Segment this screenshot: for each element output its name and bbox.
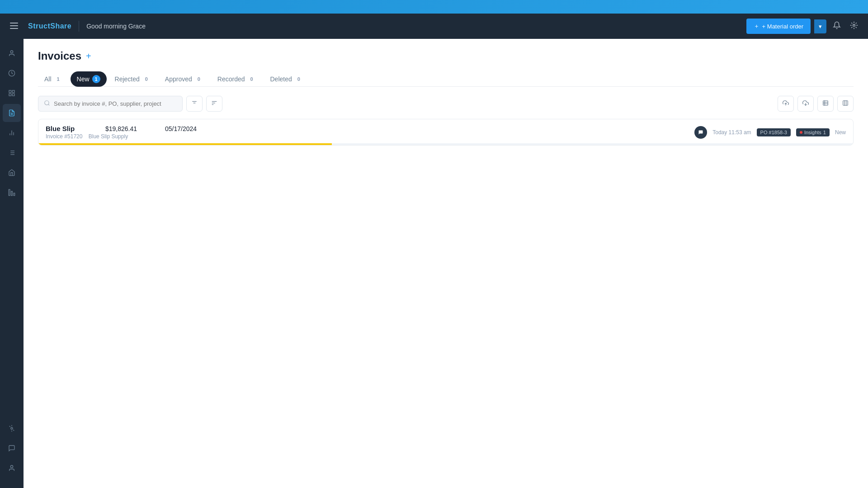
tab-approved-badge: 0 [195,75,203,83]
invoice-status: New [835,129,846,136]
svg-rect-2 [10,28,18,29]
svg-rect-23 [14,193,15,195]
table-view-button[interactable] [817,96,834,112]
sidebar-item-settings[interactable] [3,419,21,437]
invoice-list: Blue Slip $19,826.41 05/17/2024 Invoice … [38,119,854,145]
top-decorative-bar [0,0,868,14]
main-layout: Invoices + All 1 New 1 Rejected 0 Approv… [0,39,868,488]
page-title: Invoices [38,50,81,62]
tab-new-badge: 1 [92,75,100,83]
svg-rect-9 [12,94,14,96]
sidebar-item-chart[interactable] [3,124,21,142]
tab-all[interactable]: All 1 [38,71,69,87]
tab-rejected[interactable]: Rejected 0 [108,71,157,87]
download-button[interactable] [797,96,814,112]
invoice-right-section: Today 11:53 am PO #1858-3 Insights 1 New [694,126,846,139]
invoice-primary-info: Blue Slip $19,826.41 05/17/2024 [46,125,687,132]
tab-rejected-badge: 0 [142,75,151,83]
invoice-sub-info: Invoice #51720 Blue Slip Supply [46,133,687,140]
svg-point-4 [10,51,13,53]
svg-point-25 [10,465,13,468]
svg-rect-40 [843,101,848,106]
header-actions: ＋ + Material order ▾ [746,19,861,34]
svg-point-26 [45,101,49,105]
svg-rect-1 [10,25,18,26]
sidebar-item-bar-chart[interactable] [3,183,21,202]
app-header: StructShare Good morning Grace ＋ + Mater… [0,14,868,39]
svg-point-24 [11,427,13,429]
comment-bubble-icon[interactable] [694,126,707,139]
columns-button[interactable] [837,96,854,112]
svg-rect-21 [9,189,10,195]
svg-rect-22 [11,191,13,195]
plus-icon: ＋ [754,22,760,30]
tab-rejected-label: Rejected [115,75,140,83]
invoice-toolbar [38,96,854,112]
invoice-info-block: Blue Slip $19,826.41 05/17/2024 Invoice … [46,125,687,140]
invoice-date: 05/17/2024 [165,125,197,132]
header-greeting: Good morning Grace [86,23,739,30]
invoice-timestamp: Today 11:53 am [712,129,751,136]
tab-all-label: All [44,75,52,83]
invoice-supplier: Blue Slip Supply [89,133,128,140]
sidebar-item-list[interactable] [3,144,21,162]
header-divider [79,21,79,32]
sidebar-bottom [3,419,21,483]
chevron-down-icon: ▾ [819,23,822,30]
sidebar-item-home[interactable] [3,164,21,182]
svg-rect-36 [823,101,828,106]
search-box[interactable] [38,96,183,112]
search-icon [44,100,50,108]
sort-button[interactable] [206,96,222,112]
sidebar-item-chat[interactable] [3,439,21,457]
po-badge: PO #1858-3 [757,128,791,136]
tab-recorded-badge: 0 [247,75,255,83]
tab-new[interactable]: New 1 [71,71,107,87]
hamburger-menu-button[interactable] [7,19,21,34]
svg-line-27 [48,104,50,106]
invoice-row-content: Blue Slip $19,826.41 05/17/2024 Invoice … [46,125,846,140]
sidebar-item-profile[interactable] [3,459,21,477]
invoice-number: Invoice #51720 [46,133,82,140]
upload-button[interactable] [778,96,794,112]
svg-rect-6 [9,90,11,93]
main-content: Invoices + All 1 New 1 Rejected 0 Approv… [24,39,868,488]
toolbar-right-actions [778,96,854,112]
page-header: Invoices + [38,50,854,62]
insights-count: 1 [823,130,826,135]
svg-rect-7 [12,90,14,93]
insights-dot [800,131,802,134]
notifications-button[interactable] [830,19,844,34]
material-order-label: + Material order [762,23,803,30]
search-input[interactable] [54,100,177,107]
tab-approved[interactable]: Approved 0 [159,71,209,87]
tab-all-badge: 1 [54,75,62,83]
table-row[interactable]: Blue Slip $19,826.41 05/17/2024 Invoice … [38,119,854,145]
settings-button[interactable] [847,19,861,34]
tab-approved-label: Approved [165,75,192,83]
sidebar-item-history[interactable] [3,64,21,82]
tab-deleted[interactable]: Deleted 0 [264,71,309,87]
insights-label: Insights [804,130,821,135]
sidebar [0,39,24,488]
add-invoice-button[interactable]: + [86,52,91,61]
invoice-tabs: All 1 New 1 Rejected 0 Approved 0 Record… [38,71,854,87]
sidebar-item-grid[interactable] [3,84,21,102]
invoice-name: Blue Slip [46,125,91,132]
tab-recorded-label: Recorded [217,75,245,83]
filter-button[interactable] [186,96,203,112]
material-order-dropdown[interactable]: ▾ [814,19,826,33]
material-order-button[interactable]: ＋ + Material order [746,19,811,34]
sidebar-item-document[interactable] [3,104,21,122]
sidebar-item-user[interactable] [3,44,21,62]
invoice-amount: $19,826.41 [105,125,151,132]
invoice-progress-bar-container [38,143,853,145]
tab-recorded[interactable]: Recorded 0 [211,71,262,87]
app-logo: StructShare [28,22,71,30]
tab-deleted-label: Deleted [270,75,292,83]
svg-point-3 [853,24,855,26]
tab-new-label: New [77,75,90,83]
insights-badge[interactable]: Insights 1 [796,128,830,136]
svg-rect-8 [9,94,11,96]
svg-rect-0 [10,23,18,23]
